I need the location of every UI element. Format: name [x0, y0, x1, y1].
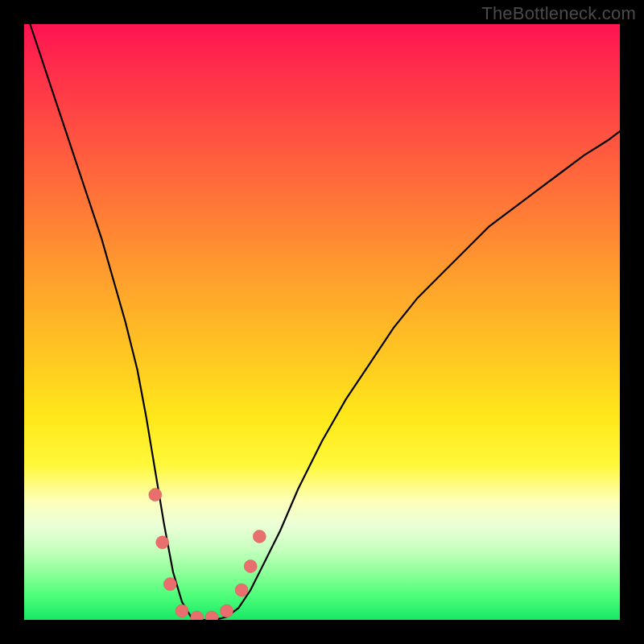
- curve-marker: [244, 559, 257, 572]
- watermark-text: TheBottleneck.com: [481, 3, 636, 24]
- curve-marker: [149, 489, 162, 502]
- curve-marker: [191, 611, 204, 620]
- curve-marker: [175, 605, 188, 617]
- marker-group: [149, 489, 266, 620]
- plot-area: [24, 24, 620, 620]
- curve-marker: [253, 530, 266, 543]
- curve-marker: [221, 605, 233, 617]
- curve-marker: [205, 611, 218, 620]
- curve-marker: [235, 584, 248, 597]
- bottleneck-curve: [30, 24, 620, 620]
- curve-marker: [163, 578, 176, 591]
- chart-frame: TheBottleneck.com: [0, 0, 644, 644]
- curve-marker: [156, 536, 169, 549]
- curve-layer: [24, 24, 620, 620]
